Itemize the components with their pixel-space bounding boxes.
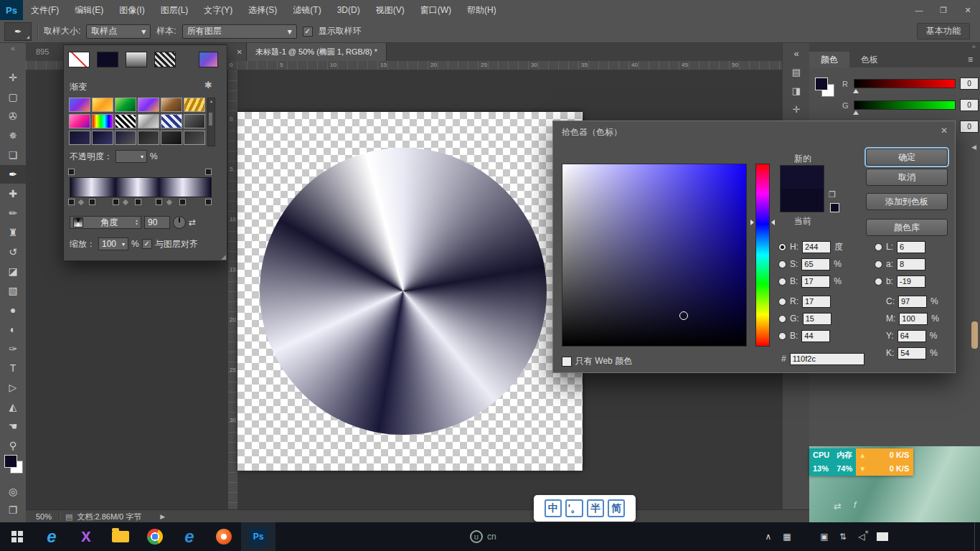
tray-tiles-icon[interactable]: ▦ — [778, 522, 796, 551]
gradient-preset[interactable] — [184, 131, 205, 145]
gradient-preset[interactable] — [69, 114, 90, 128]
hue-marker-right-icon[interactable] — [771, 220, 775, 225]
cancel-button[interactable]: 取消 — [866, 169, 948, 186]
close-button[interactable]: ✕ — [956, 0, 980, 20]
lab-l-input[interactable] — [897, 241, 925, 253]
type-tool[interactable]: T — [0, 359, 26, 377]
color-stop[interactable] — [179, 199, 186, 205]
taskbar-photoshop[interactable]: Ps — [241, 522, 275, 551]
dialog-close-icon[interactable]: ✕ — [941, 126, 948, 136]
tray-expand-icon[interactable]: ∧ — [759, 522, 778, 551]
show-desktop-button[interactable] — [974, 522, 980, 551]
brush-tool[interactable]: ✏ — [0, 204, 26, 222]
hidden-document-tab[interactable]: ✕ — [226, 43, 247, 61]
pen-tool[interactable]: ✑ — [0, 339, 26, 358]
toolbar-collapse-icon[interactable]: « — [0, 44, 26, 52]
menu-image[interactable]: 图像(I) — [111, 0, 152, 20]
gradient-preset[interactable] — [115, 114, 136, 128]
history-panel-icon[interactable]: ▤ — [783, 63, 810, 80]
gradient-editor-bar[interactable] — [70, 177, 212, 197]
properties-panel-icon[interactable]: ◨ — [783, 82, 810, 99]
menu-layer[interactable]: 图层(L) — [153, 0, 197, 20]
zoom-level[interactable]: 50% — [26, 512, 59, 521]
web-only-checkbox[interactable] — [562, 357, 572, 367]
foreground-background-colors[interactable] — [0, 453, 26, 478]
blur-tool[interactable]: ● — [0, 301, 26, 319]
tab-color[interactable]: 颜色 — [809, 52, 849, 67]
restore-button[interactable]: ❐ — [931, 0, 956, 20]
gradient-preset[interactable] — [138, 114, 159, 128]
opacity-stop[interactable] — [205, 169, 212, 175]
adjustments-panel-icon[interactable]: ✛ — [783, 100, 810, 118]
add-to-swatches-button[interactable]: 添加到色板 — [866, 193, 948, 210]
ok-button[interactable]: 确定 — [866, 149, 948, 166]
midpoint-marker[interactable] — [123, 199, 128, 205]
quick-selection-tool[interactable]: ✵ — [0, 126, 26, 145]
fill-solid-button[interactable] — [97, 52, 118, 67]
sample-dropdown[interactable]: 所有图层 ▾ — [182, 24, 297, 39]
color-stop[interactable] — [89, 199, 95, 205]
lab-b-input[interactable] — [897, 276, 925, 288]
gamut-warning-icon[interactable]: ❒ — [829, 190, 836, 199]
document-canvas[interactable] — [237, 112, 583, 471]
menu-file[interactable]: 文件(F) — [23, 0, 67, 20]
gradient-preset[interactable] — [92, 98, 113, 112]
gradient-tool[interactable]: ▧ — [0, 281, 26, 300]
lab-a-radio[interactable] — [875, 260, 882, 268]
taskbar-chrome[interactable] — [138, 522, 172, 551]
color-libraries-button[interactable]: 颜色库 — [866, 219, 948, 236]
gradient-preview-swatch[interactable] — [199, 52, 218, 67]
hand-tool[interactable]: ☚ — [0, 417, 26, 435]
color-stop[interactable] — [135, 199, 141, 205]
gradient-preset[interactable] — [161, 114, 182, 128]
workspace-switcher[interactable]: 基本功能 — [917, 23, 970, 39]
taskbar-browser[interactable]: e — [172, 522, 207, 551]
gradient-preset[interactable] — [92, 131, 113, 145]
overlay-fx-icon[interactable]: f — [854, 499, 857, 510]
green-radio[interactable] — [778, 315, 786, 323]
path-selection-tool[interactable]: ▷ — [0, 378, 26, 397]
cyan-input[interactable] — [898, 296, 927, 308]
status-flyout-icon[interactable]: ▶ — [160, 513, 165, 520]
web-safe-icon[interactable] — [830, 203, 839, 212]
fill-none-button[interactable] — [68, 52, 90, 67]
foreground-color-swatch[interactable] — [815, 77, 828, 90]
collapse-dock-icon[interactable]: ◀ — [971, 143, 976, 151]
show-ring-checkbox[interactable]: ✓ — [303, 27, 313, 37]
saturation-radio[interactable] — [778, 260, 786, 268]
sample-size-dropdown[interactable]: 取样点 ▾ — [86, 24, 151, 39]
red-slider[interactable] — [854, 79, 956, 88]
tray-ime-indicator[interactable] — [877, 532, 888, 541]
tray-network-icon[interactable]: ⇅ — [834, 522, 852, 551]
gradient-preset[interactable] — [138, 98, 159, 112]
dodge-tool[interactable]: ◐ — [0, 320, 26, 339]
color-stop[interactable] — [205, 199, 212, 205]
quick-mask-button[interactable]: ◎ — [0, 482, 26, 501]
healing-brush-tool[interactable]: ✚ — [0, 184, 26, 203]
gradient-preset[interactable] — [161, 131, 182, 145]
history-brush-tool[interactable]: ↺ — [0, 242, 26, 261]
align-layer-checkbox[interactable]: ✓ — [142, 239, 152, 249]
gradient-preset[interactable] — [138, 131, 159, 145]
lasso-tool[interactable]: ✇ — [0, 107, 26, 126]
menu-type[interactable]: 文字(Y) — [196, 0, 240, 20]
hue-marker-left-icon[interactable] — [750, 220, 754, 225]
menu-window[interactable]: 窗口(W) — [413, 0, 459, 20]
gradient-preset[interactable] — [69, 131, 90, 145]
move-tool[interactable]: ✛ — [0, 68, 26, 87]
magenta-input[interactable] — [899, 313, 928, 325]
tray-monitor-icon[interactable]: ▣ — [815, 522, 834, 551]
document-tab[interactable]: 未标题-1 @ 50% (椭圆 1, RGB/8) * — [247, 43, 387, 61]
gradient-style-dropdown[interactable]: 角度 ▴ ▾ — [70, 216, 141, 229]
taskbar-edge[interactable]: e — [34, 522, 69, 551]
eyedropper-tool-preset[interactable]: ✒ — [4, 22, 32, 41]
angle-dial[interactable] — [173, 216, 186, 229]
menu-edit[interactable]: 编辑(E) — [67, 0, 111, 20]
black-input[interactable] — [897, 347, 926, 359]
hue-input[interactable] — [802, 241, 831, 253]
brightness-input[interactable] — [801, 276, 830, 288]
current-color-swatch[interactable] — [781, 189, 824, 212]
menu-help[interactable]: 帮助(H) — [459, 0, 504, 20]
menu-filter[interactable]: 滤镜(T) — [285, 0, 329, 20]
gradient-preset[interactable] — [115, 131, 136, 145]
